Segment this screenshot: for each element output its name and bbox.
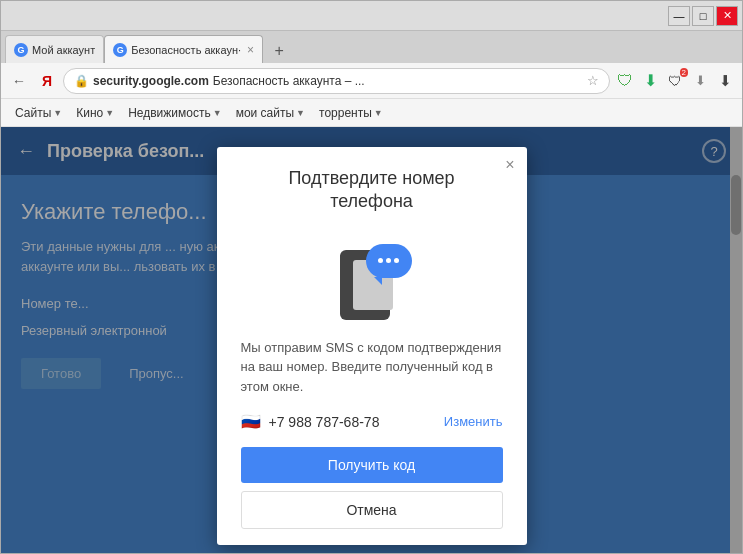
bookmark-realty[interactable]: Недвижимость ▼ bbox=[122, 104, 227, 122]
bookmark-sites[interactable]: Сайты ▼ bbox=[9, 104, 68, 122]
bookmark-realty-arrow: ▼ bbox=[213, 108, 222, 118]
modal-overlay: × Подтвердите номер телефона bbox=[1, 127, 742, 553]
change-phone-link[interactable]: Изменить bbox=[444, 414, 503, 429]
phone-icon bbox=[332, 240, 412, 320]
tab-close-button[interactable]: × bbox=[247, 43, 254, 57]
cancel-button[interactable]: Отмена bbox=[241, 491, 503, 529]
bookmark-sites-label: Сайты bbox=[15, 106, 51, 120]
yandex-button[interactable]: Я bbox=[35, 69, 59, 93]
download-icon[interactable]: ⬇ bbox=[639, 70, 661, 92]
phone-illustration bbox=[217, 224, 527, 330]
window-controls: — □ ✕ bbox=[668, 6, 738, 26]
bookmark-cinema[interactable]: Кино ▼ bbox=[70, 104, 120, 122]
get-code-button[interactable]: Получить код bbox=[241, 447, 503, 483]
title-bar: — □ ✕ bbox=[1, 1, 742, 31]
ext-arrow-icon[interactable]: ⬇ bbox=[689, 70, 711, 92]
bookmark-star-icon[interactable]: ☆ bbox=[587, 73, 599, 88]
dot3 bbox=[394, 258, 399, 263]
tab-label-my-account: Мой аккаунт bbox=[32, 44, 95, 56]
bookmark-sites-arrow: ▼ bbox=[53, 108, 62, 118]
modal-title: Подтвердите номер телефона bbox=[247, 167, 497, 214]
tab-icon-security: G bbox=[113, 43, 127, 57]
nav-extensions: 🛡 ⬇ 🛡 2 ⬇ ⬇ bbox=[614, 70, 736, 92]
tab-security[interactable]: G Безопасность аккаун· × bbox=[104, 35, 263, 63]
maximize-button[interactable]: □ bbox=[692, 6, 714, 26]
tab-label-security: Безопасность аккаун· bbox=[131, 44, 241, 56]
dot2 bbox=[386, 258, 391, 263]
browser-window: — □ ✕ G Мой аккаунт G Безопасность аккау… bbox=[0, 0, 743, 554]
bookmark-torrents-arrow: ▼ bbox=[374, 108, 383, 118]
bookmark-my-sites[interactable]: мои сайты ▼ bbox=[230, 104, 311, 122]
confirm-phone-modal: × Подтвердите номер телефона bbox=[217, 147, 527, 545]
modal-body: Мы отправим SMS с кодом подтверждения на… bbox=[217, 330, 527, 546]
bookmark-realty-label: Недвижимость bbox=[128, 106, 211, 120]
tab-my-account[interactable]: G Мой аккаунт bbox=[5, 35, 104, 63]
address-suffix: Безопасность аккаунта – ... bbox=[213, 74, 365, 88]
bookmark-my-sites-arrow: ▼ bbox=[296, 108, 305, 118]
shield-icon[interactable]: 🛡 bbox=[614, 70, 636, 92]
flag-russia-icon: 🇷🇺 bbox=[241, 412, 261, 431]
bookmark-my-sites-label: мои сайты bbox=[236, 106, 294, 120]
modal-header: Подтвердите номер телефона bbox=[217, 147, 527, 224]
bookmark-torrents-label: торренты bbox=[319, 106, 372, 120]
bookmark-torrents[interactable]: торренты ▼ bbox=[313, 104, 389, 122]
back-button[interactable]: ← bbox=[7, 69, 31, 93]
tabs-bar: G Мой аккаунт G Безопасность аккаун· × + bbox=[1, 31, 742, 63]
bookmark-cinema-arrow: ▼ bbox=[105, 108, 114, 118]
page-content: ← Проверка безоп... ? Укажите телефо... … bbox=[1, 127, 742, 553]
yandex-label: Я bbox=[42, 73, 52, 89]
navigation-bar: ← Я 🔒 security.google.com Безопасность а… bbox=[1, 63, 742, 99]
address-bar[interactable]: 🔒 security.google.com Безопасность аккау… bbox=[63, 68, 610, 94]
phone-number-row: 🇷🇺 +7 988 787-68-78 Изменить bbox=[241, 412, 503, 431]
lock-icon: 🔒 bbox=[74, 74, 89, 88]
phone-number: +7 988 787-68-78 bbox=[269, 414, 380, 430]
minimize-button[interactable]: — bbox=[668, 6, 690, 26]
bookmark-cinema-label: Кино bbox=[76, 106, 103, 120]
new-tab-button[interactable]: + bbox=[267, 39, 291, 63]
bookmarks-bar: Сайты ▼ Кино ▼ Недвижимость ▼ мои сайты … bbox=[1, 99, 742, 127]
dot1 bbox=[378, 258, 383, 263]
message-bubble bbox=[366, 244, 412, 278]
address-domain: security.google.com bbox=[93, 74, 209, 88]
tab-icon-google: G bbox=[14, 43, 28, 57]
modal-description: Мы отправим SMS с кодом подтверждения на… bbox=[241, 338, 503, 397]
modal-close-button[interactable]: × bbox=[505, 157, 514, 173]
download2-icon[interactable]: ⬇ bbox=[714, 70, 736, 92]
close-button[interactable]: ✕ bbox=[716, 6, 738, 26]
ext-badge[interactable]: 🛡 2 bbox=[664, 70, 686, 92]
